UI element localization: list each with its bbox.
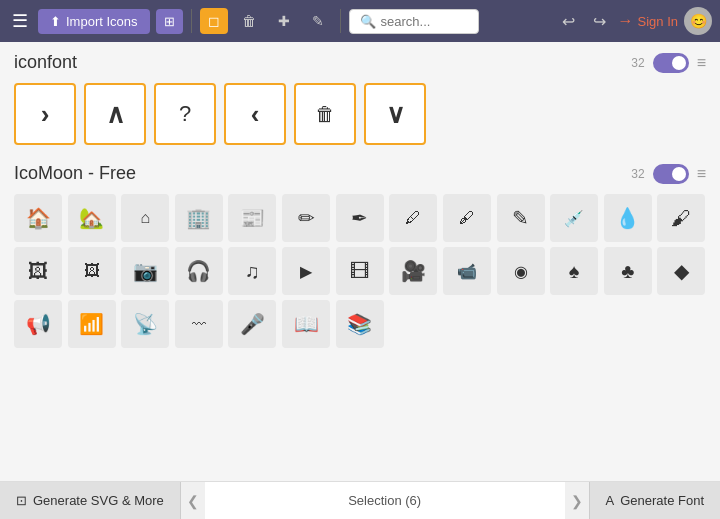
icon-newspaper[interactable]: 📰 <box>228 194 276 242</box>
import-icons-button[interactable]: ⬆ Import Icons <box>38 9 150 34</box>
icon-chevron-up[interactable]: ∧ <box>84 83 146 145</box>
icon-paint[interactable]: 🖌 <box>657 194 705 242</box>
avatar[interactable]: 😊 <box>684 7 712 35</box>
right-arrow[interactable]: ❯ <box>565 482 589 519</box>
icon-pacman[interactable]: ◉ <box>497 247 545 295</box>
selection-label: Selection (6) <box>348 493 421 508</box>
select-button[interactable]: ◻ <box>200 8 228 34</box>
icon-film[interactable]: 🎞 <box>336 247 384 295</box>
main-content: iconfont 32 ≡ › ∧ ? ‹ 🗑 ∨ IcoMoon - Free… <box>0 42 720 481</box>
icon-home[interactable]: 🏠 <box>14 194 62 242</box>
icon-books[interactable]: 📚 <box>336 300 384 348</box>
icon-images[interactable]: 🖼 <box>68 247 116 295</box>
icon-diamonds[interactable]: ◆ <box>657 247 705 295</box>
icon-blog[interactable]: ✎ <box>497 194 545 242</box>
search-box[interactable]: 🔍 <box>349 9 479 34</box>
generate-svg-button[interactable]: ⊡ Generate SVG & More <box>0 482 181 519</box>
icon-trash[interactable]: 🗑 <box>294 83 356 145</box>
icon-clubs[interactable]: ♣ <box>604 247 652 295</box>
iconfont-header: iconfont 32 ≡ <box>14 52 706 73</box>
icon-book[interactable]: 📖 <box>282 300 330 348</box>
signin-icon: → <box>618 12 634 30</box>
icon-headphones[interactable]: 🎧 <box>175 247 223 295</box>
svg-icon: ⊡ <box>16 493 27 508</box>
iconfont-count: 32 <box>631 56 644 70</box>
icomoon-controls: 32 ≡ <box>631 164 706 184</box>
delete-button[interactable]: 🗑 <box>234 8 264 34</box>
icon-chevron-left[interactable]: ‹ <box>224 83 286 145</box>
iconfont-controls: 32 ≡ <box>631 53 706 73</box>
undo-button[interactable]: ↩ <box>556 8 581 35</box>
divider2 <box>340 9 341 33</box>
search-input[interactable] <box>381 14 468 29</box>
icomoon-menu[interactable]: ≡ <box>697 165 706 183</box>
bottom-bar: ⊡ Generate SVG & More ❮ Selection (6) ❯ … <box>0 481 720 519</box>
icon-camera[interactable]: 📷 <box>121 247 169 295</box>
icon-antenna[interactable]: 📡 <box>121 300 169 348</box>
icon-home3[interactable]: ⌂ <box>121 194 169 242</box>
icon-pen[interactable]: 🖋 <box>443 194 491 242</box>
icon-office[interactable]: 🏢 <box>175 194 223 242</box>
icon-bullhorn[interactable]: 📢 <box>14 300 62 348</box>
icon-help[interactable]: ? <box>154 83 216 145</box>
icon-spades[interactable]: ♠ <box>550 247 598 295</box>
signin-label: Sign In <box>638 14 678 29</box>
icon-droplet[interactable]: 💧 <box>604 194 652 242</box>
icomoon-count: 32 <box>631 167 644 181</box>
icon-eyedropper[interactable]: 💉 <box>550 194 598 242</box>
icon-quill[interactable]: 🖊 <box>389 194 437 242</box>
icon-broadcast[interactable]: 〰 <box>175 300 223 348</box>
icomoon-title: IcoMoon - Free <box>14 163 136 184</box>
upload-icon: ⬆ <box>50 14 61 29</box>
icomoon-icons-grid: 🏠 🏡 ⌂ 🏢 📰 ✏ ✒ 🖊 🖋 ✎ 💉 💧 🖌 🖼 🖼 📷 🎧 ♫ ▶ 🎞 … <box>14 194 706 348</box>
generate-svg-label: Generate SVG & More <box>33 493 164 508</box>
selection-button[interactable]: Selection (6) <box>205 482 565 519</box>
icon-image[interactable]: 🖼 <box>14 247 62 295</box>
icon-chevron-right[interactable]: › <box>14 83 76 145</box>
icon-wifi[interactable]: 📶 <box>68 300 116 348</box>
import-label: Import Icons <box>66 14 138 29</box>
redo-button[interactable]: ↪ <box>587 8 612 35</box>
edit-button[interactable]: ✎ <box>304 8 332 34</box>
iconfont-title: iconfont <box>14 52 77 73</box>
icon-play[interactable]: ▶ <box>282 247 330 295</box>
generate-font-label: Generate Font <box>620 493 704 508</box>
iconfont-icons-grid: › ∧ ? ‹ 🗑 ∨ <box>14 83 706 145</box>
icomoon-toggle[interactable] <box>653 164 689 184</box>
icon-home2[interactable]: 🏡 <box>68 194 116 242</box>
icon-mic[interactable]: 🎤 <box>228 300 276 348</box>
iconfont-menu[interactable]: ≡ <box>697 54 706 72</box>
icon-pencil[interactable]: ✏ <box>282 194 330 242</box>
icon-pencil2[interactable]: ✒ <box>336 194 384 242</box>
signin-button[interactable]: → Sign In <box>618 12 678 30</box>
icomoon-header: IcoMoon - Free 32 ≡ <box>14 163 706 184</box>
search-icon: 🔍 <box>360 14 376 29</box>
font-icon: A <box>606 493 615 508</box>
iconfont-toggle[interactable] <box>653 53 689 73</box>
toolbar: ☰ ⬆ Import Icons ⊞ ◻ 🗑 ✚ ✎ 🔍 ↩ ↪ → Sign … <box>0 0 720 42</box>
left-arrow[interactable]: ❮ <box>181 482 205 519</box>
icon-camera2[interactable]: 🎥 <box>389 247 437 295</box>
icon-chevron-down[interactable]: ∨ <box>364 83 426 145</box>
move-button[interactable]: ✚ <box>270 8 298 34</box>
divider <box>191 9 192 33</box>
icon-music[interactable]: ♫ <box>228 247 276 295</box>
icon-controller[interactable]: 📹 <box>443 247 491 295</box>
generate-font-button[interactable]: A Generate Font <box>589 482 721 519</box>
grid-button[interactable]: ⊞ <box>156 9 183 34</box>
menu-icon[interactable]: ☰ <box>8 6 32 36</box>
